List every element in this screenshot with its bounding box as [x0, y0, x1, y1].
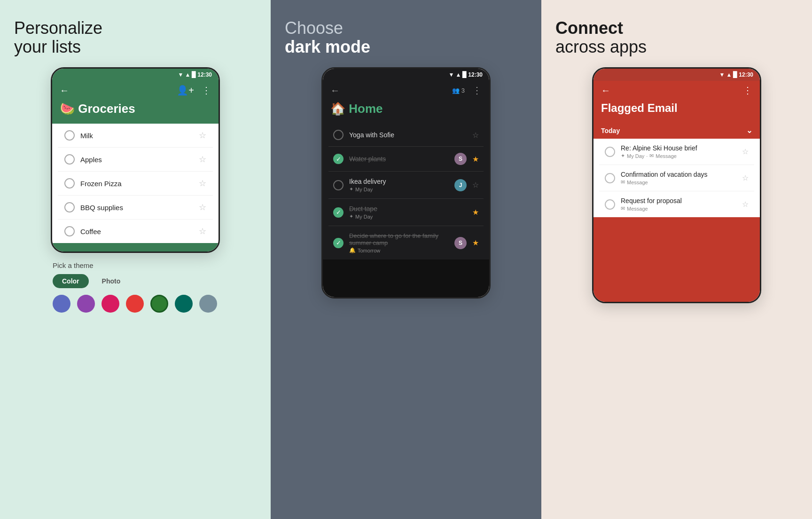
expand-icon[interactable]: ⌄: [746, 126, 752, 135]
star-icon[interactable]: ☆: [742, 200, 749, 209]
dark-list-item[interactable]: ✓ Duct tape ✦ My Day ★: [328, 199, 484, 226]
dark-list-item[interactable]: Ikea delivery ✦ My Day J ☆: [328, 172, 484, 199]
check-circle[interactable]: [64, 154, 75, 165]
grocery-emoji: 🍉: [60, 102, 75, 116]
phone-mockup-3: ▼ ▲ ▉ 12:30 ← ⋮ Flagged Email Today ⌄: [592, 67, 761, 303]
item-sub: 🔔 Tomorrow: [349, 247, 449, 253]
list-item[interactable]: Frozen Pizza ☆: [58, 172, 213, 196]
star-icon-filled[interactable]: ★: [472, 155, 479, 164]
list-item[interactable]: Milk ☆: [58, 124, 213, 148]
dark-task-list: Yoga with Sofie ☆ ✓ Water plants S ★ Ike…: [323, 124, 489, 260]
color-swatch-gray[interactable]: [199, 295, 217, 313]
check-circle[interactable]: [64, 226, 75, 236]
grocery-title-text: Groceries: [78, 102, 135, 116]
panel-darkmode: Choose dark mode ▼ ▲ ▉ 12:30 ← 👥 3 ⋮: [271, 0, 541, 519]
panel1-title-light: your lists: [14, 37, 81, 56]
phone-mockup-1: ▼ ▲ ▉ 12:30 ← 👤+ ⋮ 🍉 Groceries: [51, 67, 220, 253]
message-tag-3: Message: [627, 206, 648, 212]
star-icon[interactable]: ☆: [199, 130, 206, 141]
theme-tabs: Color Photo: [53, 274, 218, 288]
item-label: Frozen Pizza: [80, 180, 193, 188]
battery-icon-2: ▉: [462, 71, 467, 78]
green-app-title-area: 🍉 Groceries: [52, 102, 219, 124]
status-icons-3: ▼ ▲ ▉ 12:30: [719, 71, 753, 78]
check-circle[interactable]: [605, 199, 615, 210]
dark-list-item[interactable]: Yoga with Sofie ☆: [328, 124, 484, 147]
more-icon-3[interactable]: ⋮: [743, 85, 752, 96]
star-icon-filled[interactable]: ★: [472, 208, 479, 217]
check-circle[interactable]: ✓: [333, 207, 344, 218]
check-circle[interactable]: ✓: [333, 238, 344, 248]
back-icon-1[interactable]: ←: [60, 85, 69, 96]
color-swatch-red[interactable]: [126, 295, 144, 313]
message-icon-2: ✉: [621, 179, 625, 185]
dark-item-label: Ikea delivery: [349, 178, 449, 185]
email-title: Confirmation of vacation days: [621, 171, 736, 178]
back-icon-3[interactable]: ←: [601, 85, 610, 96]
status-icons-1: ▼ ▲ ▉ 12:30: [178, 71, 212, 78]
green-toolbar: ← 👤+ ⋮: [52, 81, 219, 102]
check-circle[interactable]: [64, 202, 75, 212]
email-sub: ✉ Message: [621, 179, 736, 185]
check-circle[interactable]: [605, 173, 615, 183]
red-list-item[interactable]: Request for proposal ✉ Message ☆: [599, 191, 754, 217]
star-icon[interactable]: ☆: [742, 147, 749, 156]
list-item[interactable]: Coffee ☆: [58, 220, 213, 243]
star-icon-filled[interactable]: ★: [472, 238, 479, 247]
signal-icon-2: ▲: [455, 71, 461, 78]
check-circle[interactable]: [605, 147, 615, 157]
myday-tag: My Day: [627, 153, 644, 159]
panel3-title: Connect across apps: [555, 19, 798, 56]
check-circle[interactable]: ✓: [333, 154, 344, 164]
clock-icon: 🔔: [349, 247, 356, 253]
star-icon[interactable]: ☆: [199, 226, 206, 236]
theme-tab-color[interactable]: Color: [53, 274, 89, 288]
email-sub: ✉ Message: [621, 205, 736, 212]
panel2-title-bold: dark mode: [285, 37, 370, 56]
dark-item-label: Duct tape: [349, 205, 467, 212]
color-swatch-teal[interactable]: [175, 295, 193, 313]
dark-item-label: Decide where to go for the family summer…: [349, 232, 449, 246]
status-bar-3: ▼ ▲ ▉ 12:30: [593, 69, 760, 81]
email-title: Request for proposal: [621, 197, 736, 204]
check-circle[interactable]: [333, 130, 344, 140]
color-swatch-blue[interactable]: [53, 295, 70, 313]
more-icon-1[interactable]: ⋮: [202, 85, 211, 96]
star-icon[interactable]: ☆: [199, 178, 206, 189]
check-circle[interactable]: [64, 130, 75, 141]
panel3-title-light: across apps: [555, 37, 647, 56]
list-item[interactable]: Apples ☆: [58, 148, 213, 172]
star-icon[interactable]: ☆: [199, 202, 206, 212]
time-display-3: 12:30: [739, 71, 753, 78]
color-swatch-purple[interactable]: [77, 295, 95, 313]
dark-list-item[interactable]: ✓ Decide where to go for the family summ…: [328, 226, 484, 260]
more-icon-2[interactable]: ⋮: [472, 85, 482, 96]
color-swatch-pink[interactable]: [102, 295, 119, 313]
star-icon[interactable]: ☆: [199, 154, 206, 165]
item-label: Coffee: [80, 228, 193, 236]
message-icon: ✉: [649, 153, 654, 159]
panel3-title-bold: Connect: [555, 18, 623, 38]
panel1-title: Personalize your lists: [14, 19, 257, 56]
add-person-icon[interactable]: 👤+: [177, 85, 194, 96]
check-circle[interactable]: [333, 180, 344, 190]
panel2-title-light: Choose: [285, 18, 343, 38]
dark-toolbar: ← 👥 3 ⋮: [323, 81, 489, 102]
dot-separator: ·: [646, 153, 648, 159]
sun-icon: ✦: [349, 186, 353, 192]
red-list-item[interactable]: Confirmation of vacation days ✉ Message …: [599, 165, 754, 191]
star-icon[interactable]: ☆: [472, 181, 479, 189]
list-item[interactable]: BBQ supplies ☆: [58, 196, 213, 220]
star-icon[interactable]: ☆: [742, 173, 749, 182]
item-label: Milk: [80, 132, 193, 140]
red-app-title-area: Flagged Email: [593, 102, 760, 122]
theme-tab-photo[interactable]: Photo: [93, 274, 130, 288]
back-icon-2[interactable]: ←: [330, 85, 340, 96]
color-swatch-green[interactable]: [150, 295, 168, 313]
section-label: Today: [601, 127, 620, 134]
status-bar-2: ▼ ▲ ▉ 12:30: [323, 69, 489, 81]
star-icon[interactable]: ☆: [472, 131, 479, 140]
dark-list-item[interactable]: ✓ Water plants S ★: [328, 147, 484, 172]
red-list-item[interactable]: Re: Alpine Ski House brief ✦ My Day · ✉ …: [599, 139, 754, 165]
check-circle[interactable]: [64, 178, 75, 189]
